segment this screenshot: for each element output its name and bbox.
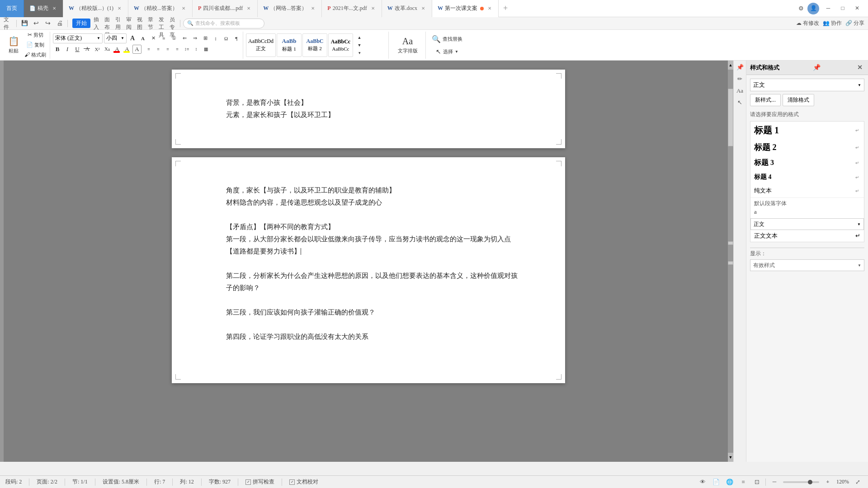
panel-close-btn[interactable]: ✕	[855, 63, 864, 72]
style-h1-card[interactable]: AaBb 标题 1	[277, 33, 302, 57]
minimize-button[interactable]: ─	[823, 3, 834, 14]
cloud-save-btn[interactable]: ☁ 有修改	[796, 19, 819, 27]
style-item-h2[interactable]: 标题 2 ↵	[750, 139, 864, 155]
new-tab-button[interactable]: +	[499, 0, 512, 17]
style-h3-card[interactable]: AaBbCc AaBbCc	[328, 33, 353, 57]
panel-cursor-btn[interactable]: ↖	[735, 98, 745, 108]
align-justify-btn[interactable]: ≡	[173, 45, 182, 54]
quick-undo[interactable]: ↩	[31, 19, 41, 28]
tab-sichuan[interactable]: P 四川省成都....pdf ✕	[193, 0, 258, 17]
tab-wangluo[interactable]: W （网络...答案） ✕	[258, 0, 322, 17]
collab-btn[interactable]: 👥 协作	[823, 19, 842, 27]
line-spacing-btn[interactable]: ↕≡	[182, 45, 191, 54]
zoom-out-btn[interactable]: ─	[769, 477, 779, 487]
scroll-thumb[interactable]	[728, 89, 733, 146]
zoom-slider[interactable]	[783, 481, 819, 483]
outline-list-btn[interactable]: ⊞	[201, 34, 210, 43]
close-sichuan-tab[interactable]: ✕	[245, 5, 252, 12]
page2-content[interactable]: 角度，家长【与孩子，以及环卫工的职业是教育的辅助】 材料隐含的内容，是传递思想观…	[226, 184, 520, 343]
layout-tab[interactable]: 页面布局	[102, 19, 112, 28]
vip-tab[interactable]: 会员专享	[167, 19, 177, 28]
sort-btn[interactable]: ↕	[211, 34, 220, 43]
style-item-h3[interactable]: 标题 3 ↵	[750, 155, 864, 170]
home-tab[interactable]: 首页	[0, 0, 24, 17]
subscript-btn[interactable]: X₂	[103, 45, 112, 54]
cut-btn[interactable]: ✂ 剪切	[23, 31, 48, 40]
tab-jingzhu1[interactable]: W （精校版...）(1) ✕	[63, 0, 128, 17]
close-diyici-tab[interactable]: ✕	[486, 5, 493, 12]
style-item-plain[interactable]: 纯文本 ↵	[750, 184, 864, 197]
panel-pin-btn[interactable]: 📌	[735, 62, 745, 72]
style-more[interactable]: ▾	[355, 49, 364, 56]
close-draft-tab[interactable]: ✕	[51, 5, 57, 12]
doc-scrollbar[interactable]: ▲ ▼	[728, 61, 733, 462]
format-brush-btn[interactable]: 🖌 格式刷	[23, 51, 48, 60]
tab-diyici[interactable]: W 第一次课文案 ✕	[432, 0, 499, 17]
maximize-button[interactable]: □	[837, 3, 848, 14]
bold-btn[interactable]: B	[53, 45, 62, 54]
chapter-tab[interactable]: 章节	[146, 19, 156, 28]
fullscreen-btn[interactable]: ⤢	[853, 477, 863, 487]
settings-icon[interactable]: ⚙	[798, 5, 804, 12]
avatar[interactable]: 👤	[807, 3, 819, 14]
highlight-btn[interactable]: A	[123, 45, 132, 54]
char-border-btn[interactable]: A	[132, 45, 142, 54]
close-jingzhu2-tab[interactable]: ✕	[180, 5, 187, 12]
close-wangluo-tab[interactable]: ✕	[310, 5, 316, 12]
font-color-btn[interactable]: A	[113, 45, 122, 54]
close-jingzhu1-tab[interactable]: ✕	[116, 5, 123, 12]
strikethrough-btn[interactable]: A	[83, 45, 92, 54]
display-dropdown[interactable]: 有效样式 ▼	[750, 259, 864, 271]
font-shrink-btn[interactable]: A	[138, 34, 147, 43]
view-tab[interactable]: 视图	[135, 19, 145, 28]
new-style-btn[interactable]: 新样式...	[750, 94, 781, 106]
web-mode-btn[interactable]: 🌐	[725, 477, 735, 487]
increase-indent-btn[interactable]: ⇒	[190, 34, 199, 43]
share-btn[interactable]: 🔗 分享	[845, 19, 864, 27]
quick-save[interactable]: 💾	[19, 19, 29, 28]
text-style-btn[interactable]: Aa 文字排版	[396, 33, 420, 57]
focus-mode-btn[interactable]: ⊡	[752, 477, 762, 487]
close-2021-tab[interactable]: ✕	[370, 5, 376, 12]
clear-format-btn2[interactable]: 清除格式	[783, 94, 814, 106]
bullet-list-btn[interactable]: ≡	[159, 34, 168, 43]
select-btn[interactable]: ↖ 选择 ▼	[433, 46, 461, 57]
panel-edit-btn[interactable]: ✏	[735, 74, 745, 84]
font-grow-btn[interactable]: A	[128, 34, 137, 43]
find-replace-btn[interactable]: 🔍 查找替换	[429, 33, 465, 45]
underline-btn[interactable]: U	[73, 45, 82, 54]
zoom-percent-display[interactable]: 120%	[836, 479, 849, 485]
insert-tab[interactable]: 插入	[91, 19, 101, 28]
document-scroll[interactable]: 背景，是教育小孩【社会】 元素，是家长和孩子【以及环卫工】 角度，家长【与孩子，…	[0, 61, 733, 462]
num-list-btn[interactable]: ①	[170, 34, 179, 43]
tab-gaige[interactable]: W 改革.docx ✕	[382, 0, 432, 17]
devtools-tab[interactable]: 开发工具	[156, 19, 166, 28]
align-left-btn[interactable]: ≡	[144, 45, 153, 54]
special-symbol-btn[interactable]: Ω	[222, 34, 231, 43]
open-start-button[interactable]: 开始	[72, 19, 90, 28]
decrease-indent-btn[interactable]: ⇐	[180, 34, 189, 43]
default-para-dropdown[interactable]: 正文 ▼	[750, 218, 864, 230]
close-button[interactable]: ✕	[852, 3, 863, 14]
copy-btn[interactable]: 📄 复制	[23, 41, 48, 50]
current-style-dropdown[interactable]: 正文 ▼	[750, 79, 864, 91]
superscript-btn[interactable]: X²	[93, 45, 102, 54]
outline-mode-btn[interactable]: ≡	[738, 477, 748, 487]
style-item-h1[interactable]: 标题 1 ↵	[750, 122, 864, 139]
style-scroll-up[interactable]: ▲	[355, 34, 364, 41]
font-size-selector[interactable]: 小四 ▼	[104, 33, 127, 43]
scroll-down-btn[interactable]: ▼	[728, 453, 733, 462]
panel-pin2-icon[interactable]: 📌	[812, 63, 821, 72]
zoom-in-btn[interactable]: +	[823, 477, 833, 487]
print-mode-btn[interactable]: 📄	[711, 477, 721, 487]
doc-review-item[interactable]: ✓ 文档校对	[289, 478, 318, 486]
page1-content[interactable]: 背景，是教育小孩【社会】 元素，是家长和孩子【以及环卫工】	[226, 97, 520, 121]
style-item-h4[interactable]: 标题 4 ↵	[750, 170, 864, 184]
quick-redo[interactable]: ↪	[43, 19, 53, 28]
style-normal-card[interactable]: AaBbCcDd 正文	[246, 33, 276, 57]
body-text-item[interactable]: 正文文本 ↵	[750, 230, 864, 242]
clear-format-btn[interactable]: ✕	[149, 34, 158, 43]
reading-mode-btn[interactable]: 👁	[698, 477, 708, 487]
close-gaige-tab[interactable]: ✕	[420, 5, 426, 12]
menu-file[interactable]: 文件	[4, 19, 14, 28]
